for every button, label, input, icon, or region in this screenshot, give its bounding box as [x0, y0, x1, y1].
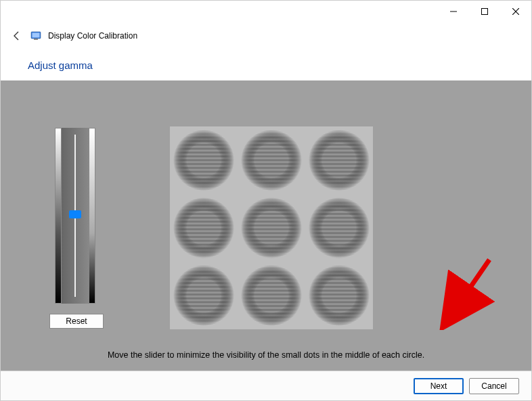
next-button-label: Next	[430, 381, 447, 391]
reset-button[interactable]: Reset	[49, 314, 104, 329]
svg-rect-5	[32, 33, 40, 38]
app-title: Display Color Calibration	[48, 31, 137, 41]
content-area: Reset	[1, 80, 531, 371]
close-button[interactable]	[500, 1, 531, 22]
page-heading: Adjust gamma	[28, 60, 93, 71]
gamma-slider[interactable]	[62, 128, 89, 304]
svg-rect-6	[34, 39, 38, 40]
slider-thumb[interactable]	[69, 210, 81, 218]
minimize-button[interactable]	[438, 1, 469, 22]
next-button[interactable]: Next	[414, 378, 464, 394]
svg-line-13	[447, 260, 489, 321]
cancel-button[interactable]: Cancel	[469, 378, 519, 394]
gamma-slider-block	[55, 128, 95, 324]
wizard-footer: Next Cancel	[1, 371, 531, 400]
annotation-arrow	[437, 256, 497, 330]
maximize-button[interactable]	[469, 1, 500, 22]
display-color-calibration-window: Display Color Calibration Adjust gamma R…	[0, 0, 532, 401]
gamma-test-pattern	[170, 126, 373, 329]
gradient-preview-dark	[55, 128, 62, 304]
svg-rect-1	[482, 9, 488, 15]
reset-button-label: Reset	[66, 316, 87, 326]
back-button[interactable]	[10, 29, 24, 43]
gradient-preview-light	[89, 128, 95, 304]
heading-row: Adjust gamma	[1, 49, 531, 80]
window-titlebar	[1, 1, 531, 22]
instruction-text: Move the slider to minimize the visibili…	[1, 350, 531, 360]
header-bar: Display Color Calibration	[1, 22, 531, 49]
app-icon	[30, 30, 41, 41]
cancel-button-label: Cancel	[481, 381, 506, 391]
